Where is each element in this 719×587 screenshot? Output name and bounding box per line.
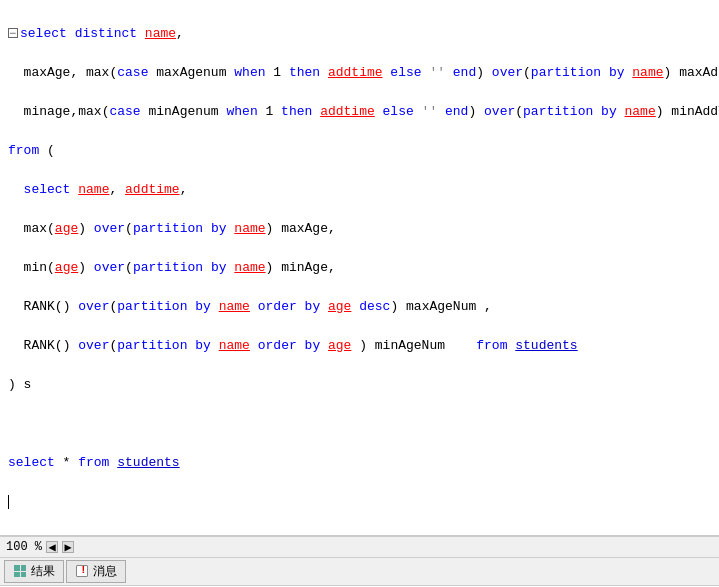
text-cursor [8,495,9,509]
message-icon [75,564,89,578]
col-name: name [145,26,176,41]
grid-icon [13,564,27,578]
tab-bar: 结果 消息 [0,558,719,586]
kw-select: select [20,26,67,41]
tab-results[interactable]: 结果 [4,560,64,583]
scroll-right-arrow[interactable]: ▶ [62,541,74,553]
tab-results-label: 结果 [31,563,55,580]
tab-messages-label: 消息 [93,563,117,580]
scroll-left-arrow[interactable]: ◀ [46,541,58,553]
zoom-level: 100 % [6,540,42,554]
kw-distinct: distinct [75,26,137,41]
sql-editor[interactable]: select distinct name, maxAge, max(case m… [0,0,719,536]
zoom-bar: 100 % ◀ ▶ [0,536,719,558]
collapse-icon [8,28,18,38]
tab-messages[interactable]: 消息 [66,560,126,583]
